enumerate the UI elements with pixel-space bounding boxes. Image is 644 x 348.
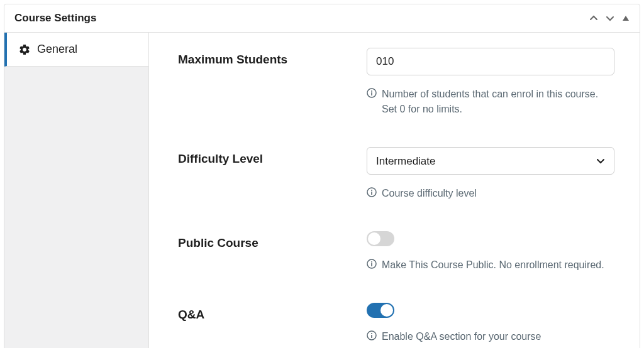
toggle-knob [368, 232, 380, 245]
qa-toggle[interactable] [367, 303, 394, 318]
control-qa: Enable Q&A section for your course [367, 303, 614, 344]
difficulty-select[interactable]: Intermediate [367, 147, 614, 175]
row-difficulty: Difficulty Level Intermediate [178, 147, 614, 201]
toggle-knob [380, 304, 393, 317]
hint-difficulty: Course difficulty level [367, 186, 614, 201]
hint-public-course: Make This Course Public. No enrollment r… [367, 258, 614, 273]
control-max-students: Number of students that can enrol in thi… [367, 48, 614, 117]
svg-point-7 [371, 261, 372, 263]
public-course-toggle[interactable] [367, 231, 394, 246]
difficulty-select-wrapper: Intermediate [367, 147, 614, 175]
hint-qa: Enable Q&A section for your course [367, 329, 614, 344]
control-difficulty: Intermediate Course difficulty level [367, 147, 614, 201]
label-qa: Q&A [178, 303, 367, 344]
svg-rect-8 [371, 263, 372, 266]
sidebar-item-general[interactable]: General [4, 33, 148, 67]
info-icon [367, 259, 377, 269]
course-settings-panel: Course Settings General Maximum S [4, 4, 640, 348]
panel-header: Course Settings [4, 4, 640, 33]
max-students-input[interactable] [367, 48, 614, 75]
row-qa: Q&A Enable Q&A section for your course [178, 303, 614, 344]
svg-point-1 [371, 90, 372, 92]
info-icon [367, 88, 377, 98]
hint-text: Enable Q&A section for your course [382, 329, 541, 344]
hint-text: Number of students that can enrol in thi… [382, 87, 614, 117]
hint-text: Course difficulty level [382, 186, 477, 201]
hint-max-students: Number of students that can enrol in thi… [367, 87, 614, 117]
triangle-up-icon[interactable] [622, 14, 630, 22]
panel-body: General Maximum Students Number of stude… [4, 33, 640, 348]
label-public-course: Public Course [178, 231, 367, 273]
svg-point-10 [371, 333, 372, 334]
label-difficulty: Difficulty Level [178, 147, 367, 201]
content-area: Maximum Students Number of students that… [149, 33, 640, 348]
control-public-course: Make This Course Public. No enrollment r… [367, 231, 614, 273]
svg-rect-5 [371, 192, 372, 195]
row-max-students: Maximum Students Number of students that… [178, 48, 614, 117]
panel-controls [589, 14, 630, 23]
svg-rect-2 [371, 92, 372, 95]
chevron-down-icon[interactable] [606, 14, 614, 23]
sidebar-item-label: General [37, 43, 77, 56]
hint-text: Make This Course Public. No enrollment r… [382, 258, 604, 273]
svg-rect-11 [371, 335, 372, 338]
label-max-students: Maximum Students [178, 48, 367, 117]
panel-title: Course Settings [14, 12, 96, 24]
sidebar: General [4, 33, 149, 348]
row-public-course: Public Course Make This Course Public. N… [178, 231, 614, 273]
svg-point-4 [371, 190, 372, 191]
chevron-up-icon[interactable] [589, 14, 598, 23]
info-icon [367, 330, 377, 340]
gear-icon [18, 43, 31, 56]
info-icon [367, 187, 377, 197]
